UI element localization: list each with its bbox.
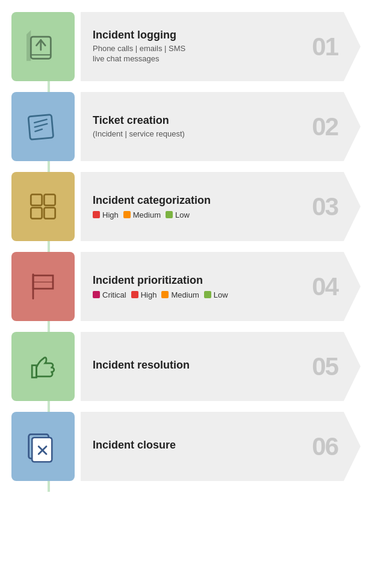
step-row-1: Incident loggingPhone calls | emails | S… xyxy=(11,12,361,81)
step-row-2: Ticket creation(Incident | service reque… xyxy=(11,92,361,161)
tag-label-medium: Medium xyxy=(171,290,199,299)
step-arrow-3: Incident categorizationHighMediumLow03 xyxy=(81,172,361,241)
tag-label-low: Low xyxy=(214,290,228,299)
step-number-3: 03 xyxy=(312,192,338,221)
svg-rect-8 xyxy=(31,207,42,218)
tag-label-low: Low xyxy=(175,210,190,219)
tag-dot-high xyxy=(131,291,138,298)
step-title-3: Incident categorization xyxy=(93,194,330,207)
step-title-5: Incident resolution xyxy=(93,359,330,372)
step-icon-2 xyxy=(11,92,75,161)
step-icon-4 xyxy=(11,252,75,321)
svg-rect-9 xyxy=(44,207,55,218)
step-title-2: Ticket creation xyxy=(93,114,330,127)
svg-line-5 xyxy=(35,129,42,132)
step-subtitle2-1: live chat messages xyxy=(93,54,330,63)
step-arrow-6: Incident closure06 xyxy=(81,412,361,481)
tag-medium: Medium xyxy=(123,210,161,219)
step-row-4: Incident prioritizationCriticalHighMediu… xyxy=(11,252,361,321)
step-number-4: 04 xyxy=(312,272,338,301)
step-icon-3 xyxy=(11,172,75,241)
step-arrow-1: Incident loggingPhone calls | emails | S… xyxy=(81,12,361,81)
tag-low: Low xyxy=(166,210,190,219)
tag-label-high: High xyxy=(102,210,119,219)
step-number-1: 01 xyxy=(312,32,338,61)
tag-label-high: High xyxy=(141,290,157,299)
step-number-5: 05 xyxy=(312,352,338,381)
step-tags-3: HighMediumLow xyxy=(93,210,330,219)
step-arrow-2: Ticket creation(Incident | service reque… xyxy=(81,92,361,161)
svg-rect-6 xyxy=(31,194,42,205)
step-title-4: Incident prioritization xyxy=(93,274,330,287)
step-subtitle1-1: Phone calls | emails | SMS xyxy=(93,44,330,53)
step-subtitle1-2: (Incident | service request) xyxy=(93,129,330,138)
step-title-6: Incident closure xyxy=(93,439,330,452)
tag-high: High xyxy=(131,290,157,299)
step-arrow-5: Incident resolution05 xyxy=(81,332,361,401)
step-row-3: Incident categorizationHighMediumLow03 xyxy=(11,172,361,241)
step-tags-4: CriticalHighMediumLow xyxy=(93,290,330,299)
svg-rect-2 xyxy=(28,115,54,140)
tag-dot-medium xyxy=(123,211,131,218)
step-number-6: 06 xyxy=(312,432,338,461)
svg-line-3 xyxy=(34,120,47,123)
step-row-5: Incident resolution05 xyxy=(11,332,361,401)
tag-medium: Medium xyxy=(161,290,199,299)
tag-low: Low xyxy=(204,290,228,299)
svg-line-4 xyxy=(34,124,47,127)
tag-critical: Critical xyxy=(93,290,126,299)
tag-label-critical: Critical xyxy=(102,290,126,299)
step-arrow-4: Incident prioritizationCriticalHighMediu… xyxy=(81,252,361,321)
tag-dot-low xyxy=(204,291,211,298)
steps-list: Incident loggingPhone calls | emails | S… xyxy=(11,12,361,492)
svg-rect-7 xyxy=(44,194,55,205)
tag-dot-critical xyxy=(93,291,100,298)
tag-label-medium: Medium xyxy=(133,210,161,219)
tag-dot-medium xyxy=(161,291,169,298)
step-icon-6 xyxy=(11,412,75,481)
tag-dot-low xyxy=(166,211,173,218)
step-row-6: Incident closure06 xyxy=(11,412,361,481)
step-icon-1 xyxy=(11,12,75,81)
tag-dot-high xyxy=(93,211,100,218)
step-icon-5 xyxy=(11,332,75,401)
tag-high: High xyxy=(93,210,119,219)
step-number-2: 02 xyxy=(312,112,338,141)
step-title-1: Incident logging xyxy=(93,29,330,41)
